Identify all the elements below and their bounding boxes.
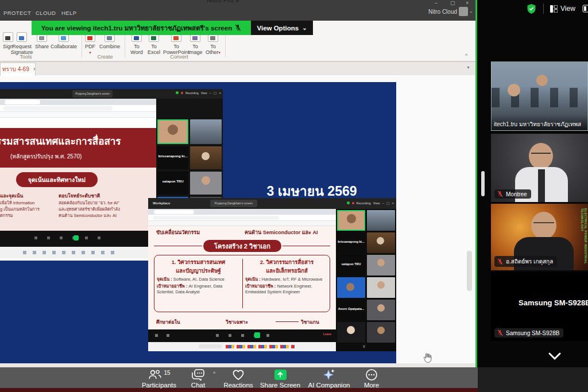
nested1-col1: และจุดเน้น เพื่อให้ Information g เป็นแก… — [0, 192, 55, 219]
face — [377, 304, 385, 312]
video-tile-satitporn[interactable]: ELECTRICAL POWER INDUSTRIAL TECHNOLOGY อ… — [491, 204, 588, 270]
ai-companion-label: AI Companion — [307, 382, 351, 389]
chat-button[interactable]: Chat ^ — [181, 368, 215, 389]
browser-tab-row — [0, 99, 156, 105]
participant-label: อ.สถิตย์พร เกตุสกุล — [494, 256, 557, 267]
video-tile-itech1[interactable]: itech1.tru มหาวิทยาลัยราชภัฏเทพส — [491, 61, 588, 131]
nested1-pill: จุดเน้นและทิศทางใหม่ — [16, 172, 98, 187]
divider — [242, 259, 243, 308]
panel-scrollbar[interactable] — [481, 171, 485, 196]
face — [377, 259, 385, 266]
view-grid-icon — [550, 5, 558, 13]
face — [529, 143, 553, 169]
recording-dot-icon — [181, 92, 183, 94]
window-icon[interactable] — [582, 5, 588, 13]
nested1-browser: รรมสารสนเทศและการสื่อสาร (หลักสูตรปรับปร… — [0, 99, 156, 261]
view-button[interactable]: View — [560, 5, 575, 13]
security-shield-icon[interactable] — [527, 4, 536, 14]
document-tab: ทราบ 4-69 × — [0, 63, 36, 76]
nested2-video-strip: krissanapong ki... satapon TRU Avorn Opa… — [336, 209, 396, 351]
nested2-tab: Piyapong Dangkham's screen — [210, 200, 257, 207]
avatar — [459, 7, 468, 16]
ribbon-to-other: ToOther▾ — [202, 32, 224, 56]
taskbar-icons — [23, 251, 121, 254]
presentation-slide: 3 เมษายน 2569 ผศ.ดร.ปิยะพงษ์ แดงขำ นำเสน… — [0, 82, 396, 363]
video-tile-montree[interactable]: Montree — [491, 134, 588, 202]
view-options-button[interactable]: View Options ⌄ — [251, 21, 313, 35]
face — [377, 237, 384, 244]
video-tile — [367, 322, 395, 343]
video-tile — [337, 277, 365, 298]
url-bar — [3, 106, 113, 111]
request-signature-icon — [17, 32, 27, 42]
nested2-browser: ขับเคลื่อนนวัตกรรม คนด้าน Semiconductor … — [148, 209, 336, 351]
participant-label: Montree — [494, 189, 531, 199]
share-screen-button[interactable]: Share Screen — [260, 368, 301, 389]
minimize-icon: – — [382, 201, 384, 205]
heart-icon — [220, 368, 257, 381]
toolbar-icons — [34, 236, 103, 239]
face — [202, 152, 210, 160]
face — [536, 75, 548, 86]
participants-label: Participants — [138, 382, 180, 389]
browser-tab — [154, 210, 194, 214]
face — [347, 214, 356, 223]
zoom-meeting-window: Nitro Pro 9 PROTECT CLOUD HELP – ▢ × Nit… — [0, 0, 588, 392]
nested2-zoom-toolbar: Leave — [148, 329, 336, 342]
chat-caret-icon[interactable]: ^ — [213, 371, 215, 377]
nested1-titlebar: Piyapong Dangkham's screen Recording Vie… — [0, 89, 223, 99]
ai-companion-button[interactable]: AI Companion — [307, 368, 351, 389]
share-icon — [74, 235, 79, 240]
video-tile: satapon TRU — [337, 255, 365, 275]
viewing-banner: You are viewing itech1.tru มหาวิทยาลัยรา… — [32, 21, 251, 35]
nested1-slide-title: รรมสารสนเทศและการสื่อสาร — [0, 133, 121, 149]
face — [202, 176, 210, 185]
browser-url-row — [0, 105, 156, 112]
video-tile — [367, 300, 395, 320]
nested2-taskbar — [148, 342, 336, 351]
face — [508, 84, 520, 96]
video-tile — [367, 232, 395, 253]
video-tile-samsung[interactable]: Samsung SM-S928B Samsung SM-S928B — [491, 272, 588, 341]
nested2-topline-left: ขับเคลื่อนนวัตกรรม — [156, 228, 200, 236]
nested2-pill: โครงสร้าง 2 วิชาเอก — [202, 239, 283, 253]
more-participants-chevron[interactable] — [546, 351, 563, 362]
ribbon-group-convert: Convert — [159, 54, 199, 60]
major-1: 1. วิศวกรรมสารสนเทศ และปัญญาประดิษฐ์ จุด… — [157, 258, 240, 295]
nested1-tab: Piyapong Dangkham's screen — [72, 90, 113, 98]
video-tile — [190, 146, 222, 169]
video-tile: krissanapong ki... — [337, 232, 365, 253]
background-strip — [0, 388, 478, 392]
participant-name: Samsung SM-S928B — [506, 330, 559, 336]
participants-count: 15 — [164, 370, 170, 376]
nested1-slide-header: รรมสารสนเทศและการสื่อสาร (หลักสูตรปรับปร… — [0, 128, 156, 168]
nested2-titlebar: Workplace Piyapong Dangkham's screen Rec… — [148, 198, 396, 209]
mic-muted-icon — [497, 258, 503, 265]
url-bar — [153, 216, 279, 220]
menu-cloud: CLOUD — [36, 10, 56, 16]
nested2-bottom-1: ศึกษาต่อใน — [156, 318, 180, 326]
reactions-label: Reactions — [220, 382, 257, 389]
glasses — [533, 222, 554, 226]
nested2-bottom-3: วิชาแกน — [301, 318, 319, 326]
face — [168, 125, 178, 135]
participant-name: itech1.tru มหาวิทยาลัยราชภัฏเทพส — [494, 120, 587, 129]
side-caption: ELECTRICAL POWER INDUSTRIAL TECHNOLOGY — [581, 208, 587, 270]
workspace-label: Workplace — [153, 201, 170, 205]
menu-help: HELP — [61, 10, 76, 16]
nested-screenshot-2: Workplace Piyapong Dangkham's screen Rec… — [148, 198, 396, 351]
share-screen-label: Share Screen — [260, 382, 301, 389]
more-button[interactable]: More — [354, 368, 389, 389]
browser-url-row — [148, 215, 336, 221]
nested2-bottom-2: วิชาเฉพาะ — [226, 318, 248, 326]
reactions-button[interactable]: Reactions — [220, 368, 257, 389]
hand-cursor — [423, 352, 432, 366]
video-tile — [367, 255, 395, 275]
search-pill — [199, 344, 222, 348]
view-options-label: View Options — [257, 25, 299, 32]
participants-button[interactable]: 15 Participants — [138, 368, 180, 389]
participant-name: อ.สถิตย์พร เกตุสกุล — [506, 257, 553, 266]
face — [377, 281, 385, 289]
view-label: View — [201, 91, 207, 95]
chat-label: Chat — [181, 382, 215, 389]
